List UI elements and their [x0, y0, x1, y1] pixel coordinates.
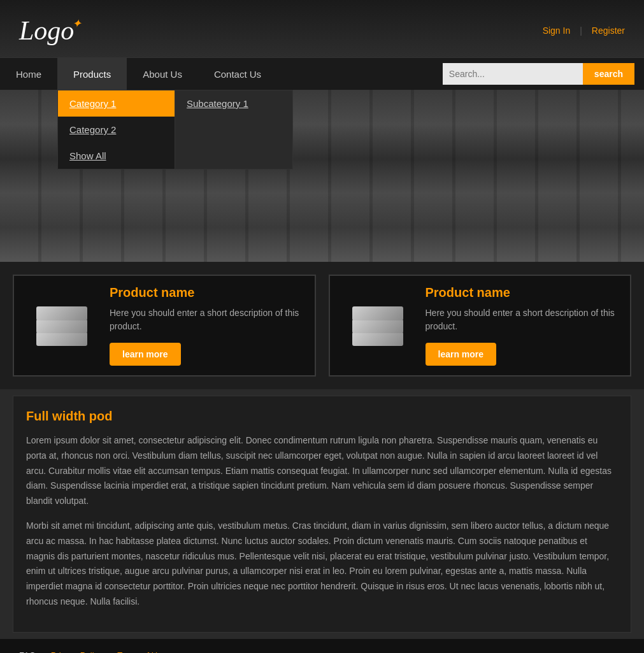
stack-layer-1	[36, 332, 87, 346]
header: Logo✦ Sign In | Register	[0, 0, 644, 57]
dropdown-item-sub1[interactable]: Subcategory 1	[175, 90, 292, 117]
stack-icon-1	[36, 300, 87, 351]
logo-text: Logo	[19, 16, 74, 45]
search-input[interactable]	[443, 63, 583, 85]
footer-faq: FAQ	[19, 650, 36, 653]
stack-icon-2	[352, 300, 403, 351]
nav-item-about[interactable]: About Us	[127, 58, 198, 90]
products-section: Product name Here you should enter a sho…	[0, 262, 644, 389]
footer-sep-1: ·	[42, 650, 45, 653]
footer-sep-2: ·	[109, 650, 111, 653]
full-pod-para-1: Lorem ipsum dolor sit amet, consectetur …	[26, 433, 618, 509]
footer: FAQ · Privacy Policy · Terms of Use	[0, 639, 644, 653]
register-link[interactable]: Register	[592, 25, 625, 36]
header-auth: Sign In | Register	[543, 25, 625, 36]
logo: Logo✦	[19, 15, 74, 46]
signin-link[interactable]: Sign In	[543, 25, 571, 36]
product-info-1: Product name Here you should enter a sho…	[110, 285, 305, 366]
product-card-2: Product name Here you should enter a sho…	[329, 275, 632, 377]
product-icon-1	[24, 287, 100, 364]
dropdown-item-cat1[interactable]: Category 1	[58, 90, 175, 117]
product-desc-2: Here you should enter a short descriptio…	[426, 306, 621, 333]
product-card-1: Product name Here you should enter a sho…	[13, 275, 316, 377]
auth-sep: |	[580, 25, 582, 36]
dropdown-categories: Category 1 Category 2 Show All	[57, 90, 175, 169]
footer-privacy[interactable]: Privacy Policy	[51, 650, 103, 653]
stack-layer-6	[352, 306, 403, 320]
products-dropdown: Category 1 Category 2 Show All Subcatego…	[57, 90, 293, 169]
product-info-2: Product name Here you should enter a sho…	[426, 285, 621, 366]
product-icon-2	[340, 287, 416, 364]
product-name-2: Product name	[426, 285, 621, 300]
search-button[interactable]: search	[583, 63, 634, 85]
product-name-1: Product name	[110, 285, 305, 300]
stack-layer-2	[36, 319, 87, 333]
stack-layer-3	[36, 306, 87, 320]
nav-item-contact[interactable]: Contact Us	[198, 58, 277, 90]
nav-left: Home Products Category 1 Category 2 Show…	[0, 58, 277, 90]
full-width-pod: Full width pod Lorem ipsum dolor sit ame…	[13, 396, 631, 633]
navbar: Home Products Category 1 Category 2 Show…	[0, 57, 644, 90]
dropdown-item-showall[interactable]: Show All	[58, 143, 175, 169]
nav-item-products[interactable]: Products	[57, 58, 127, 90]
stack-layer-4	[352, 332, 403, 346]
stack-layer-5	[352, 319, 403, 333]
product-desc-1: Here you should enter a short descriptio…	[110, 306, 305, 333]
nav-search: search	[443, 63, 644, 85]
dropdown-item-cat2[interactable]: Category 2	[58, 117, 175, 143]
full-pod-para-2: Morbi sit amet mi tincidunt, adipiscing …	[26, 519, 618, 610]
nav-item-home[interactable]: Home	[0, 58, 57, 90]
dropdown-subcategories: Subcategory 1	[175, 90, 293, 169]
logo-star: ✦	[72, 17, 82, 31]
learn-more-button-2[interactable]: learn more	[426, 343, 497, 366]
footer-terms[interactable]: Terms of Use	[117, 650, 166, 653]
learn-more-button-1[interactable]: learn more	[110, 343, 181, 366]
full-pod-title: Full width pod	[26, 409, 618, 424]
page-wrapper: Logo✦ Sign In | Register Home Products C…	[0, 0, 644, 653]
